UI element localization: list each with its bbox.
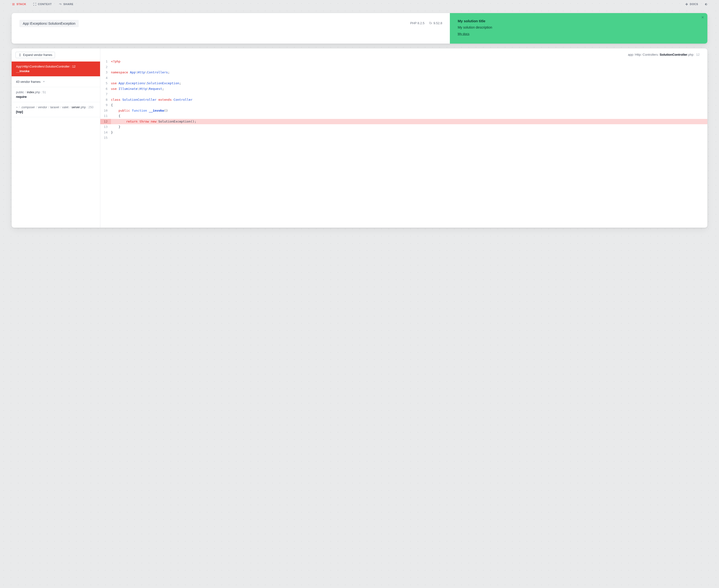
line-content: { xyxy=(111,102,707,108)
line-content: { xyxy=(111,113,707,119)
f2-file: index xyxy=(27,90,34,94)
line-number: 1 xyxy=(100,59,111,64)
code-line: 13 } xyxy=(100,124,707,130)
line-number: 2 xyxy=(100,64,111,70)
code-block: 1<?php23namespace App\Http\Controllers;4… xyxy=(100,59,707,141)
line-number: 13 xyxy=(100,124,111,130)
nav-context[interactable]: CONTEXT xyxy=(33,2,52,6)
frame-path-3: SolutionController xyxy=(45,65,69,68)
nav-share[interactable]: SHARE xyxy=(59,2,74,6)
ch-p3: SolutionController xyxy=(660,53,687,57)
f2-line: 51 xyxy=(43,90,46,94)
code-line: 15 xyxy=(100,135,707,141)
line-number: 4 xyxy=(100,75,111,81)
php-version: PHP 8.2.5 xyxy=(410,21,425,25)
line-content xyxy=(111,91,707,97)
line-content xyxy=(111,64,707,70)
ch-p2: Controllers xyxy=(643,53,658,57)
code-line: 2 xyxy=(100,64,707,70)
ch-p1: Http xyxy=(635,53,641,57)
exception-class-pill: App\Exceptions\SolutionException xyxy=(19,20,79,27)
line-number: 5 xyxy=(100,81,111,86)
solution-description: My solution description xyxy=(458,25,700,29)
topbar: STACK CONTEXT SHARE DOCS xyxy=(0,0,719,8)
f3-p2: vendor xyxy=(38,106,47,109)
frame-path-0: App xyxy=(16,65,21,68)
nav-docs[interactable]: DOCS xyxy=(685,2,698,6)
nav-docs-label: DOCS xyxy=(690,3,698,5)
frame-line: 12 xyxy=(72,65,76,68)
line-content: } xyxy=(111,130,707,135)
collapsed-label: 43 vendor frames xyxy=(16,80,40,84)
ch-ext: .php xyxy=(687,53,693,57)
f3-p4: valet xyxy=(62,106,68,109)
solution-close-icon[interactable] xyxy=(701,16,704,19)
f3-p1: .composer xyxy=(21,106,35,109)
exception-header-card: App\Exceptions\SolutionException PHP 8.2… xyxy=(12,13,707,44)
context-icon xyxy=(33,2,36,6)
expand-icon xyxy=(18,53,22,57)
frame-item[interactable]: ~ / .composer / vendor / laravel / valet… xyxy=(12,102,100,117)
line-content xyxy=(111,75,707,81)
code-line: 9{ xyxy=(100,102,707,108)
line-content: return throw new SolutionException(); xyxy=(111,119,707,125)
expand-vendor-frames-label: Expand vendor frames xyxy=(23,53,52,57)
line-content: use Illuminate\Http\Request; xyxy=(111,86,707,92)
nav-stack-label: STACK xyxy=(17,3,26,5)
code-line: 12 return throw new SolutionException(); xyxy=(100,119,707,125)
f3-ext: .php xyxy=(80,106,86,109)
frame-path-1: Http xyxy=(23,65,28,68)
frame-collapsed-vendor[interactable]: 43 vendor frames xyxy=(12,77,100,87)
ch-line: 12 xyxy=(696,53,700,57)
f2-fn: require xyxy=(16,95,96,99)
f3-p5: server xyxy=(71,106,80,109)
stack-icon xyxy=(12,2,15,6)
ch-p0: app xyxy=(628,53,633,57)
frame-path-2: Controllers xyxy=(29,65,44,68)
share-icon xyxy=(59,2,62,6)
f2-ext: .php xyxy=(34,90,40,94)
line-content: public function __invoke() xyxy=(111,108,707,113)
line-number: 12 xyxy=(100,119,111,125)
nav-context-label: CONTEXT xyxy=(38,3,52,5)
nav-stack[interactable]: STACK xyxy=(12,2,26,6)
code-line: 5use App\Exceptions\SolutionException; xyxy=(100,81,707,86)
line-number: 14 xyxy=(100,130,111,135)
line-number: 11 xyxy=(100,113,111,119)
code-line: 7 xyxy=(100,91,707,97)
expand-vendor-frames-button[interactable]: Expand vendor frames xyxy=(16,52,55,58)
line-content: class SolutionController extends Control… xyxy=(111,97,707,103)
frame-item[interactable]: public / index.php : 51 require xyxy=(12,87,100,102)
exc-ns-2: SolutionException xyxy=(48,22,75,25)
line-number: 10 xyxy=(100,108,111,113)
line-number: 7 xyxy=(100,91,111,97)
nav-share-label: SHARE xyxy=(63,3,74,5)
code-line: 3namespace App\Http\Controllers; xyxy=(100,70,707,75)
line-number: 6 xyxy=(100,86,111,92)
line-number: 3 xyxy=(100,70,111,75)
line-content xyxy=(111,135,707,141)
exc-ns-1: Exceptions xyxy=(30,22,47,25)
line-number: 15 xyxy=(100,135,111,141)
line-number: 8 xyxy=(100,97,111,103)
docs-icon xyxy=(685,2,689,6)
solution-title: My solution title xyxy=(458,19,700,23)
stack-card: Expand vendor frames App\Http\Controller… xyxy=(12,48,707,228)
settings-icon[interactable] xyxy=(704,2,707,6)
f3-fn: [top] xyxy=(16,110,96,113)
line-content: use App\Exceptions\SolutionException; xyxy=(111,81,707,86)
solution-link[interactable]: My docs xyxy=(458,32,469,36)
frame-active[interactable]: App\Http\Controllers\SolutionController … xyxy=(12,62,100,77)
frame-fn: __invoke xyxy=(16,69,96,73)
code-column: app/Http/Controllers/SolutionController.… xyxy=(100,48,707,228)
chevron-down-icon xyxy=(42,80,45,84)
laravel-version: 9.52.8 xyxy=(433,21,442,25)
line-content: namespace App\Http\Controllers; xyxy=(111,70,707,75)
laravel-version-wrap: 9.52.8 xyxy=(429,21,442,25)
laravel-icon xyxy=(429,22,432,25)
f3-p3: laravel xyxy=(50,106,59,109)
f2-prefix: public xyxy=(16,90,24,94)
code-line: 4 xyxy=(100,75,707,81)
line-number: 9 xyxy=(100,102,111,108)
env-meta: PHP 8.2.5 9.52.8 xyxy=(410,20,442,25)
